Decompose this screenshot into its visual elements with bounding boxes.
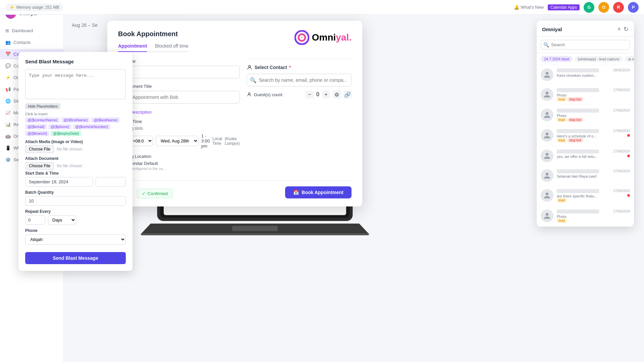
chat-meta: 17/06/2024	[613, 129, 630, 137]
filter-tab-lead[interactable]: [whatsapp] - lead capture	[575, 56, 623, 62]
book-form-left: Calendar Lisa Appointment Title + Add de…	[118, 59, 240, 176]
tab-blocked-time[interactable]: Blocked off time	[155, 43, 188, 52]
meeting-location-options: Calendar Default As configured in the ca…	[118, 161, 240, 171]
chat-preview: Photo	[557, 93, 610, 97]
badge-lead: lead	[557, 219, 567, 223]
chat-panel-header: Omniyal + ↻	[537, 21, 634, 37]
chat-date: 17/06/2024	[613, 129, 630, 133]
guest-increment-btn[interactable]: +	[322, 90, 330, 99]
unread-dot	[627, 134, 630, 137]
chat-item[interactable]: Here's a schedule of o... lead stop bot …	[537, 126, 634, 146]
chat-avatar	[541, 109, 553, 121]
repeat-value-input[interactable]	[25, 216, 45, 225]
badge-lead: lead	[557, 198, 567, 202]
tag-phone[interactable]: @{$phone}	[48, 124, 71, 129]
blast-message-textarea[interactable]	[25, 69, 126, 99]
unread-dot	[627, 155, 630, 157]
guest-link-icon[interactable]: 🔗	[343, 90, 352, 99]
unread-dot	[627, 194, 630, 197]
chat-info: Selamat Hari Raya tuan!	[557, 169, 610, 178]
tag-branch[interactable]: @{$branch}	[25, 131, 49, 136]
chat-meta: 17/06/2024	[613, 189, 630, 197]
chat-preview: yes, we offer a full setu...	[557, 155, 610, 159]
contact-search-input[interactable]	[247, 74, 352, 86]
chat-name	[557, 129, 599, 133]
book-appointment-modal: Book Appointment Appointment Blocked off…	[107, 21, 362, 206]
chat-info: are there specific featu... lead	[557, 189, 610, 202]
guest-count-value: 0	[316, 92, 319, 98]
tag-email[interactable]: @{$email}	[25, 124, 47, 129]
chat-name	[557, 169, 599, 173]
bell-icon: 🔔	[514, 5, 519, 10]
book-modal-columns: Calendar Lisa Appointment Title + Add de…	[118, 59, 352, 176]
chat-badges: lead stop bot	[557, 138, 610, 142]
choose-media-btn[interactable]: Choose File	[25, 145, 54, 153]
repeat-unit-select[interactable]: Days Hours Minutes	[48, 215, 76, 225]
chat-item[interactable]: Selamat Hari Raya tuan! 17/06/2024	[537, 166, 634, 186]
chat-name	[557, 209, 599, 214]
filter-tab-ai[interactable]: ai messag	[625, 56, 634, 62]
start-time-input[interactable]	[96, 177, 126, 187]
chat-item[interactable]: Photo lead stop bot 17/06/2024	[537, 105, 634, 126]
book-tabs: Appointment Blocked off time	[118, 43, 189, 52]
calendar-label: Calendar	[118, 59, 240, 64]
attach-doc-row: Choose File No file chosen	[25, 162, 126, 170]
local-time-text: Local Time	[212, 136, 222, 146]
tag-last-name[interactable]: @{$lastName}	[91, 117, 120, 123]
sidebar-item-contacts[interactable]: 👥 Contacts	[0, 37, 63, 48]
calendar-apps-badge[interactable]: Calendar Apps	[548, 4, 580, 10]
date-select[interactable]: Wed, Aug 28th	[156, 136, 199, 146]
hide-placeholders-btn[interactable]: Hide Placeholders	[25, 103, 60, 109]
tag-first-name[interactable]: @{$firstName}	[61, 117, 90, 123]
repeat-every-label: Repeat Every	[25, 209, 126, 214]
chat-preview: are there specific featu...	[557, 194, 610, 198]
chat-add-btn[interactable]: +	[617, 25, 621, 33]
tab-appointment[interactable]: Appointment	[118, 43, 147, 52]
chat-item[interactable]: yes, we offer a full setu... 17/06/2024	[537, 146, 634, 166]
avatar-orange: O	[598, 2, 609, 13]
batch-qty-row: Batch Quantity	[25, 190, 126, 206]
guest-settings-icon[interactable]: ⚙	[333, 90, 341, 99]
avatar-purple: P	[628, 2, 639, 13]
tag-expiry[interactable]: @{$expiryDate}	[51, 131, 81, 136]
appointment-title-input[interactable]	[118, 91, 240, 104]
chat-search-input[interactable]	[541, 40, 630, 50]
attach-media-row: Choose File No file chosen	[25, 145, 126, 153]
svg-point-4	[248, 93, 250, 95]
chat-info: Kami closekan custom...	[557, 68, 610, 77]
tag-vehicle[interactable]: @{$vehicleNumber}	[73, 124, 110, 129]
chat-meta: 17/06/2024	[613, 88, 630, 92]
chat-refresh-btn[interactable]: ↻	[624, 25, 629, 33]
book-footer: Status : ✓ Confirmed 📅 Book Appointment	[118, 186, 352, 198]
book-modal-title: Book Appointment	[118, 30, 189, 38]
contact-search-icon: 🔍	[250, 77, 257, 83]
whats-new-btn[interactable]: 🔔 What's New	[514, 5, 544, 10]
tag-contact-name[interactable]: @{$contactName}	[25, 117, 60, 123]
confirmed-badge: ✓ Confirmed	[137, 189, 173, 198]
book-form-right: Select Contact * 🔍 Guest(s) count − 0	[247, 59, 352, 176]
chat-item[interactable]: are there specific featu... lead 17/06/2…	[537, 186, 634, 206]
chat-filter-tabs: 24.7.2024 blast [whatsapp] - lead captur…	[537, 53, 634, 65]
filter-tab-blast[interactable]: 24.7.2024 blast	[541, 56, 573, 62]
chat-name	[557, 109, 599, 113]
choose-doc-btn[interactable]: Choose File	[25, 162, 54, 170]
batch-qty-input[interactable]	[25, 196, 126, 206]
sidebar-item-dashboard[interactable]: ⊞ Dashboard	[0, 25, 63, 36]
guest-decrement-btn[interactable]: −	[306, 90, 314, 99]
chat-avatar	[541, 169, 553, 182]
memory-icon: ⚡	[9, 5, 14, 10]
contact-required-star: *	[289, 65, 291, 70]
start-date-input[interactable]	[25, 177, 93, 187]
send-blast-btn[interactable]: Send Blast Message	[25, 252, 126, 264]
chat-item[interactable]: Photo lead 17/06/2024	[537, 206, 634, 227]
phone-select[interactable]: Atiqah	[25, 234, 126, 245]
book-appointment-btn[interactable]: 📅 Book Appointment	[285, 186, 352, 198]
chat-avatar	[541, 88, 553, 101]
chat-info: Photo lead	[557, 209, 610, 223]
chat-item[interactable]: Photo lead stop bot 17/06/2024	[537, 85, 634, 105]
chat-name	[557, 149, 599, 154]
calendar-select[interactable]: Lisa	[118, 66, 240, 78]
chat-date: 17/06/2024	[613, 209, 630, 213]
select-contact-section: Select Contact * 🔍 Guest(s) count − 0	[247, 59, 352, 99]
chat-item[interactable]: Kami closekan custom... 18/06/2024	[537, 65, 634, 85]
